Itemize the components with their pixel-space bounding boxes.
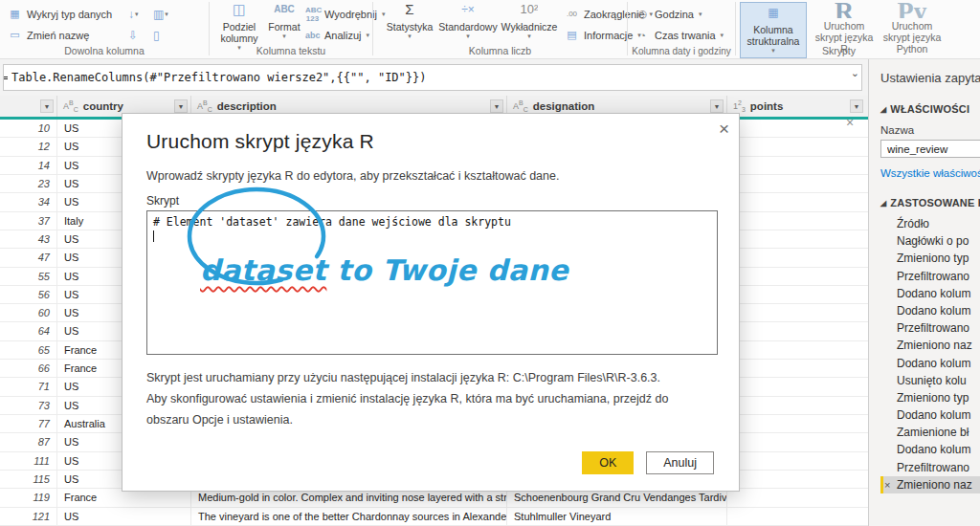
- time-button[interactable]: ◷ Godzina▾: [628, 5, 735, 23]
- applied-step[interactable]: Przefiltrowano: [880, 319, 980, 337]
- table-cell[interactable]: 77: [0, 415, 57, 432]
- table-cell[interactable]: [727, 193, 866, 210]
- table-cell[interactable]: 37: [0, 212, 57, 230]
- table-cell[interactable]: [727, 212, 866, 230]
- table-cell[interactable]: [727, 138, 866, 155]
- applied-step[interactable]: Dodano kolum: [880, 406, 980, 424]
- applied-step[interactable]: Dodano kolum: [880, 441, 980, 458]
- formula-expand-chevron-icon[interactable]: ⌄: [851, 67, 859, 79]
- table-cell[interactable]: 111: [0, 452, 57, 470]
- clock-icon: ◷: [635, 8, 650, 20]
- cancel-button[interactable]: Anuluj: [646, 451, 714, 474]
- filter-dropdown-icon[interactable]: ▼: [40, 99, 54, 113]
- standard-button[interactable]: ÷× Standardowy ▾: [436, 2, 500, 40]
- python-language-icon: Py: [897, 2, 926, 18]
- ok-button[interactable]: OK: [582, 451, 634, 474]
- table-cell[interactable]: The vineyard is one of the better Chardo…: [191, 508, 507, 525]
- applied-step[interactable]: Zmieniono typ: [880, 250, 980, 267]
- table-cell[interactable]: [727, 360, 866, 377]
- table-cell[interactable]: 71: [0, 378, 57, 395]
- table-cell[interactable]: 10: [0, 120, 57, 137]
- table-cell[interactable]: [727, 415, 866, 432]
- applied-step[interactable]: ×Zmieniono naz: [880, 476, 980, 493]
- annotation-word-dataset: dataset: [200, 253, 326, 287]
- applied-step[interactable]: Źródło: [880, 215, 980, 232]
- table-cell[interactable]: [727, 286, 866, 303]
- applied-step[interactable]: Przefiltrowano: [880, 459, 980, 476]
- detect-type-button[interactable]: ▦ Wykryj typ danych: [0, 5, 209, 23]
- table-cell[interactable]: [727, 230, 866, 248]
- table-cell[interactable]: [727, 433, 866, 450]
- filter-dropdown-icon[interactable]: ▼: [710, 99, 724, 113]
- table-cell[interactable]: 64: [0, 322, 57, 340]
- convert-column-button[interactable]: ▯: [153, 26, 176, 45]
- properties-section-header[interactable]: ◢WŁAŚCIWOŚCI: [880, 103, 980, 115]
- table-cell[interactable]: 34: [0, 193, 57, 210]
- all-properties-link[interactable]: Wszystkie właściwości: [880, 167, 980, 179]
- delete-step-icon[interactable]: ×: [884, 476, 890, 493]
- x-mark-icon[interactable]: ×: [846, 115, 854, 130]
- table-cell[interactable]: 115: [0, 471, 57, 488]
- table-cell[interactable]: [727, 508, 866, 525]
- table-cell[interactable]: [727, 304, 866, 321]
- applied-step[interactable]: Dodano kolum: [880, 285, 980, 302]
- format-button[interactable]: ABC Format ▾: [263, 2, 305, 40]
- applied-step[interactable]: Zamienione bł: [880, 424, 980, 441]
- table-cell[interactable]: 87: [0, 433, 57, 450]
- table-cell[interactable]: 66: [0, 360, 57, 377]
- table-cell[interactable]: [727, 175, 866, 192]
- applied-steps-section-header[interactable]: ◢ZASTOSOWANE KROKI: [880, 197, 980, 208]
- column-header-row-number[interactable]: ▼: [0, 96, 57, 117]
- table-cell[interactable]: [727, 249, 866, 266]
- table-cell[interactable]: 121: [0, 508, 57, 525]
- ribbon: ▦ Wykryj typ danych ▭ Zmień nazwę ↓▾ ▥▾ …: [0, 0, 980, 59]
- query-name-input[interactable]: [880, 140, 980, 158]
- table-cell[interactable]: 56: [0, 286, 57, 303]
- table-cell[interactable]: 60: [0, 304, 57, 321]
- column-header-points[interactable]: 123points▼: [727, 96, 866, 117]
- fill-button[interactable]: ⇩: [128, 26, 151, 45]
- rounding-icon: .00: [565, 10, 579, 18]
- formula-input[interactable]: = Table.RenameColumns(#"Przefiltrowano w…: [3, 64, 862, 91]
- dialog-close-icon[interactable]: ×: [719, 119, 729, 140]
- table-cell[interactable]: 65: [0, 341, 57, 359]
- table-cell[interactable]: 55: [0, 268, 57, 285]
- table-cell[interactable]: [727, 341, 866, 359]
- table-cell[interactable]: Stuhlmuller Vineyard: [507, 508, 727, 525]
- table-cell[interactable]: [727, 268, 866, 285]
- scientific-button[interactable]: 10² Wykładnicze ▾: [500, 2, 559, 40]
- applied-step[interactable]: Nagłówki o po: [880, 232, 980, 250]
- filter-dropdown-icon[interactable]: ▼: [174, 99, 188, 113]
- table-cell[interactable]: 73: [0, 397, 57, 414]
- applied-step[interactable]: Dodano kolum: [880, 302, 980, 319]
- table-row[interactable]: 119FranceMedium-gold in color. Complex a…: [0, 489, 868, 507]
- applied-step[interactable]: Przefiltrowano: [880, 268, 980, 285]
- filter-dropdown-icon[interactable]: ▼: [490, 99, 503, 113]
- table-cell[interactable]: [727, 322, 866, 340]
- table-cell[interactable]: [727, 157, 866, 174]
- applied-step[interactable]: Zmieniono naz: [880, 337, 980, 354]
- table-cell[interactable]: 119: [0, 489, 57, 506]
- table-row[interactable]: 121USThe vineyard is one of the better C…: [0, 508, 868, 526]
- pivot-column-button[interactable]: ▥▾: [153, 5, 176, 24]
- duration-button[interactable]: ◔ Czas trwania▾: [628, 26, 735, 44]
- table-cell[interactable]: 43: [0, 230, 57, 248]
- table-cell[interactable]: [727, 378, 866, 395]
- table-cell[interactable]: [727, 471, 866, 488]
- table-cell[interactable]: US: [57, 508, 191, 525]
- statistics-label: Statystyka: [387, 21, 433, 33]
- table-cell[interactable]: [727, 489, 866, 506]
- table-cell[interactable]: 23: [0, 175, 57, 192]
- rename-button[interactable]: ▭ Zmień nazwę: [0, 26, 209, 44]
- applied-step[interactable]: Zmieniono typ: [880, 389, 980, 406]
- move-down-button[interactable]: ↓▾: [128, 5, 151, 24]
- statistics-button[interactable]: Σ Statystyka ▾: [383, 2, 436, 40]
- filter-dropdown-icon[interactable]: ▼: [850, 99, 863, 113]
- table-cell[interactable]: [727, 452, 866, 470]
- table-cell[interactable]: [727, 397, 866, 414]
- applied-step[interactable]: Dodano kolum: [880, 355, 980, 372]
- table-cell[interactable]: 47: [0, 249, 57, 266]
- applied-step[interactable]: Usunięto kolu: [880, 372, 980, 389]
- table-cell[interactable]: 12: [0, 138, 57, 155]
- table-cell[interactable]: 14: [0, 157, 57, 174]
